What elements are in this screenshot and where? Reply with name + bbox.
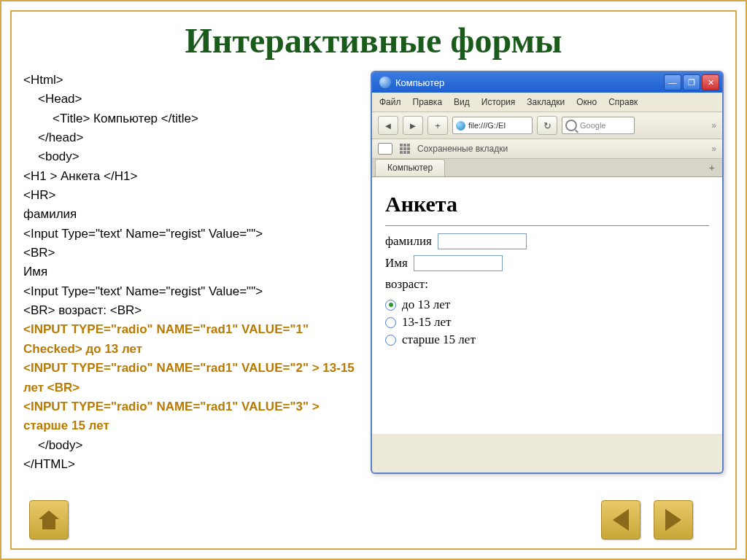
home-button[interactable] <box>29 500 69 540</box>
nav-home-group <box>29 500 69 540</box>
slide: Интерактивные формы <Html><Head><Title> … <box>0 0 747 560</box>
home-icon <box>39 510 59 529</box>
prev-slide-button[interactable] <box>601 500 640 540</box>
search-icon <box>565 120 577 131</box>
nav-arrow-group <box>601 500 693 540</box>
next-slide-button[interactable] <box>654 500 693 540</box>
arrow-left-icon <box>613 509 629 531</box>
slide-inner-border <box>10 10 737 550</box>
arrow-right-icon <box>665 509 681 531</box>
